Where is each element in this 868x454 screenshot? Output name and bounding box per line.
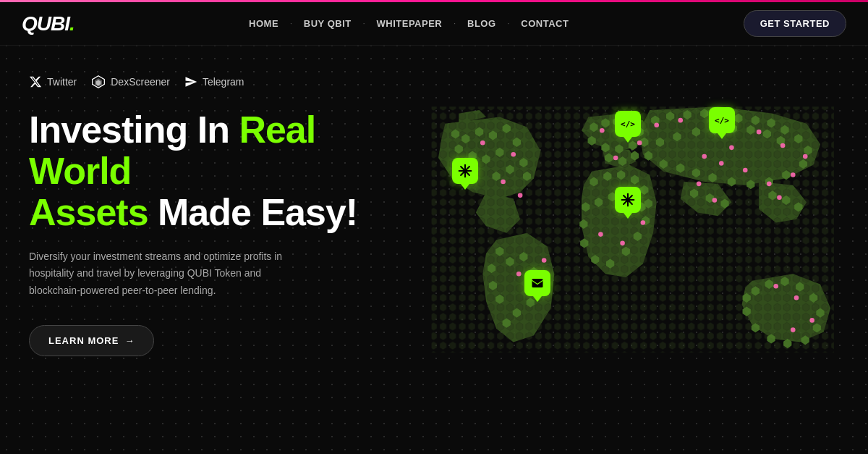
- headline-green-2: Assets: [29, 191, 148, 233]
- map-badge-europe: </>: [615, 111, 641, 137]
- svg-point-154: [791, 327, 796, 332]
- logo[interactable]: QUBI.: [22, 12, 75, 35]
- svg-point-147: [719, 161, 724, 166]
- twitter-icon: [29, 75, 42, 88]
- svg-point-124: [501, 180, 506, 185]
- headline-white-1: Investing In: [29, 109, 239, 151]
- navbar: QUBI. HOME · BUY QBIT · WHITEPAPER · BLO…: [0, 2, 868, 46]
- svg-point-149: [712, 198, 718, 203]
- learn-more-button[interactable]: LEARN MORE →: [29, 325, 154, 356]
- social-links: Twitter DexScreener Te: [29, 75, 376, 89]
- svg-point-140: [729, 146, 734, 151]
- svg-point-151: [773, 284, 778, 289]
- svg-rect-155: [532, 279, 543, 287]
- nav-contact[interactable]: CONTACT: [514, 18, 576, 29]
- nav-dot-1: ·: [290, 20, 292, 28]
- map-badge-africa: [615, 187, 641, 213]
- telegram-label: Telegram: [203, 76, 244, 88]
- twitter-link[interactable]: Twitter: [29, 75, 77, 88]
- svg-point-123: [511, 152, 516, 157]
- telegram-icon: [184, 75, 197, 88]
- svg-point-144: [791, 172, 796, 177]
- svg-point-141: [757, 130, 762, 135]
- svg-point-137: [654, 122, 659, 127]
- twitter-label: Twitter: [47, 76, 77, 88]
- svg-point-152: [794, 295, 799, 300]
- svg-point-139: [702, 154, 707, 159]
- learn-more-arrow: →: [124, 335, 135, 346]
- svg-point-132: [613, 156, 618, 161]
- dexscreener-label: DexScreener: [111, 76, 170, 88]
- svg-point-150: [777, 195, 782, 200]
- svg-point-128: [516, 272, 522, 277]
- world-map: </> </>: [405, 53, 868, 454]
- hero-description: Diversify your investment streams and op…: [29, 248, 304, 300]
- main-content: Twitter DexScreener Te: [0, 46, 868, 454]
- svg-point-145: [767, 182, 772, 187]
- nav-buy-qbit[interactable]: BUY QBIT: [297, 18, 359, 29]
- svg-point-129: [600, 128, 605, 133]
- nav-dot-2: ·: [363, 20, 365, 28]
- svg-point-142: [780, 143, 786, 148]
- svg-point-148: [697, 182, 702, 187]
- right-panel: </> </>: [405, 46, 868, 454]
- svg-point-135: [620, 241, 625, 246]
- svg-point-127: [542, 258, 547, 263]
- nav-blog[interactable]: BLOG: [460, 18, 503, 29]
- map-badge-south-america-email: [524, 270, 550, 296]
- map-badge-asia: </>: [709, 107, 735, 133]
- svg-point-122: [480, 140, 485, 146]
- get-started-button[interactable]: GET STARTED: [744, 10, 846, 37]
- svg-point-143: [803, 154, 808, 159]
- svg-point-136: [598, 232, 603, 237]
- learn-more-label: LEARN MORE: [48, 335, 119, 346]
- map-badge-south-america: [452, 158, 478, 184]
- nav-links: HOME · BUY QBIT · WHITEPAPER · BLOG · CO…: [242, 18, 576, 29]
- svg-point-134: [641, 220, 646, 225]
- svg-point-125: [518, 193, 523, 198]
- hero-heading: Investing In Real World Assets Made Easy…: [29, 109, 376, 234]
- svg-point-138: [678, 118, 683, 123]
- nav-whitepaper[interactable]: WHITEPAPER: [370, 18, 450, 29]
- svg-point-131: [637, 140, 642, 146]
- svg-point-146: [743, 168, 748, 173]
- svg-point-153: [809, 318, 814, 323]
- headline-white-2: Made Easy!: [148, 191, 358, 233]
- left-panel: Twitter DexScreener Te: [0, 46, 405, 454]
- nav-dot-3: ·: [454, 20, 456, 28]
- dexscreener-link[interactable]: DexScreener: [91, 75, 170, 89]
- dexscreener-icon: [91, 75, 106, 89]
- nav-dot-4: ·: [508, 20, 510, 28]
- telegram-link[interactable]: Telegram: [184, 75, 244, 88]
- nav-home[interactable]: HOME: [242, 18, 286, 29]
